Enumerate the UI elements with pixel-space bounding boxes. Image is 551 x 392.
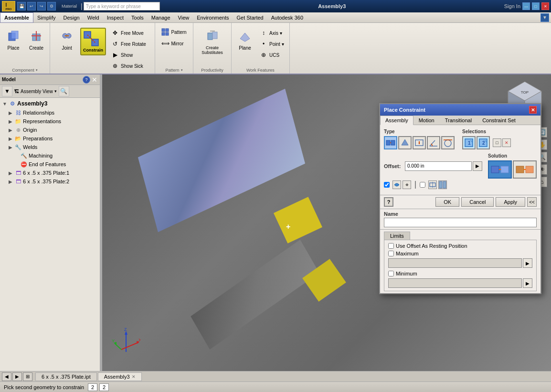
menu-simplify[interactable]: Simplify [33,12,60,23]
dialog-tab-motion[interactable]: Motion [413,116,440,125]
minimize-button[interactable]: — [522,2,530,10]
menu-design[interactable]: Design [60,12,84,23]
tree-item-origin[interactable]: ▶ ⊕ Origin [6,126,100,134]
checkbox2[interactable] [420,182,425,188]
dialog-close-button[interactable]: ✕ [529,106,537,114]
minimum-expand-btn[interactable]: ▶ [523,278,532,288]
menu-manage[interactable]: Manage [148,12,174,23]
viewport-next-btn[interactable]: ▶ [12,372,22,381]
ok-button[interactable]: OK [435,197,459,207]
tree-item-relationships[interactable]: ▶ ⛓ Relationships [6,108,100,117]
redo-icon[interactable]: ↪ [37,2,46,11]
search-box[interactable]: Type a keyword or phrase [84,2,160,11]
menu-extra[interactable]: ▼ [540,13,549,22]
settings-icon[interactable]: ⚙ [47,2,56,11]
checkbox-icon4[interactable] [438,180,447,189]
ucs-button[interactable]: ⊕ UCS [257,50,286,60]
minimum-input[interactable] [388,278,522,288]
mirror-button[interactable]: ⟺ Mirror [159,38,189,49]
checkbox-icon3[interactable] [428,180,437,189]
menu-view[interactable]: View [174,12,193,23]
tab-plate1[interactable]: 6 x .5 x .375 Plate.ipt [35,372,97,381]
type-flush-button[interactable] [398,136,412,149]
dialog-tab-transitional[interactable]: Transitional [440,116,477,125]
type-mate-button[interactable] [384,136,397,149]
tree-item-preparations[interactable]: ▶ 📂 Preparations [6,134,100,143]
free-rotate-button[interactable]: ↺ Free Rotate [109,39,148,49]
dialog-tab-assembly[interactable]: Assembly [380,116,413,125]
free-move-button[interactable]: ✥ Free Move [109,28,148,38]
pattern-button[interactable]: Pattern [159,27,189,37]
point-button[interactable]: • Point ▾ [257,39,286,49]
menu-inspect[interactable]: Inspect [103,12,127,23]
offset-input[interactable] [405,161,472,171]
view-selector[interactable]: 🏗 Assembly View ▾ [14,89,57,94]
maximum-input[interactable] [388,258,522,268]
maximize-button[interactable]: □ [532,2,540,10]
constrain-button[interactable]: Constrain [80,28,106,55]
cancel-button[interactable]: Cancel [461,197,494,207]
checkbox1[interactable] [384,182,390,188]
menu-getstarted[interactable]: Get Started [233,12,267,23]
menu-autodesk360[interactable]: Autodesk 360 [267,12,307,23]
create-substitutes-button[interactable]: CreateSubstitutes [198,27,226,57]
checkbox-icon2[interactable]: ⌖ [403,180,411,189]
viewport-prev-btn[interactable]: ◀ [2,372,11,381]
tree-item-representations[interactable]: ▶ 📁 Representations [6,117,100,126]
save-icon[interactable]: 💾 [17,2,26,11]
show-button[interactable]: ▶ Show [109,50,148,60]
menu-environments[interactable]: Environments [193,12,233,23]
place-button[interactable]: Place [3,27,24,53]
status-bar: Pick second geometry to constrain 2 2 [0,381,551,392]
axis-button[interactable]: ↕ Axis ▾ [257,28,286,38]
signin-label[interactable]: Sign In [504,3,520,9]
menu-weld[interactable]: Weld [84,12,103,23]
tree-item-endfeatures[interactable]: ⛔ End of Features [11,160,100,169]
plane-button[interactable]: Plane [234,27,255,53]
component-group-label[interactable]: Component▾ [12,67,38,73]
tree-item-welds[interactable]: ▶ 🔧 Welds [6,143,100,151]
tab-close-icon[interactable]: ✕ [132,374,136,379]
use-offset-checkbox[interactable] [388,243,394,249]
tree-item-plate1[interactable]: ▶ 🗖 6 x .5 x .375 Plate:1 [6,169,100,177]
expand-button[interactable]: << [527,197,537,207]
plate2-icon: 🗖 [14,178,22,185]
selection-extra2[interactable]: ✕ [502,138,511,147]
3d-viewport[interactable]: + TOP LEFT RIGHT 🔄 ✋ 🔍 👁 ⌂ [102,74,551,371]
limits-tab-header[interactable]: Limits [384,232,410,240]
checkbox-icon1[interactable] [392,180,401,189]
joint-button[interactable]: Joint [56,27,77,53]
apply-button[interactable]: Apply [496,197,525,207]
maximum-expand-btn[interactable]: ▶ [523,258,532,268]
selection1-button[interactable]: 1 [462,136,476,149]
maximum-checkbox[interactable] [388,251,394,256]
close-button[interactable]: ✕ [541,2,549,10]
offset-expand-button[interactable]: ▶ [473,161,482,171]
solution-btn1[interactable] [488,160,512,179]
tree-item-root[interactable]: ▼ ⚙ Assembly3 [0,99,100,108]
selection-extra1[interactable]: □ [493,138,501,147]
model-close-button[interactable]: ✕ [91,76,98,83]
menu-tools[interactable]: Tools [127,12,148,23]
pattern-group-label[interactable]: Pattern▾ [166,67,183,73]
tree-item-plate2[interactable]: ▶ 🗖 6 x .5 x .375 Plate:2 [6,177,100,186]
type-insert-button[interactable] [413,136,426,149]
undo-icon[interactable]: ↩ [27,2,36,11]
minimum-checkbox[interactable] [388,271,394,276]
filter-button[interactable]: ▼ [2,86,12,96]
tree-item-machining[interactable]: 🔨 Machining [11,151,100,160]
dialog-tab-constraintset[interactable]: Constraint Set [477,116,521,125]
tab-assembly3[interactable]: Assembly3 ✕ [98,372,142,381]
solution-btn2[interactable] [513,160,537,179]
create-button[interactable]: Create [26,27,47,53]
show-sick-button[interactable]: ⊕ Show Sick [109,61,148,71]
dialog-help-button[interactable]: ? [384,197,393,207]
menu-assemble[interactable]: Assemble [0,12,33,23]
viewport-grid-btn[interactable]: ⊞ [23,372,32,381]
name-input[interactable] [384,218,537,227]
type-angle-button[interactable] [427,136,440,149]
type-tangent-button[interactable] [441,136,455,149]
model-help-button[interactable]: ? [83,76,90,84]
search-button[interactable]: 🔍 [59,86,69,96]
selection2-button[interactable]: 2 [477,136,490,149]
